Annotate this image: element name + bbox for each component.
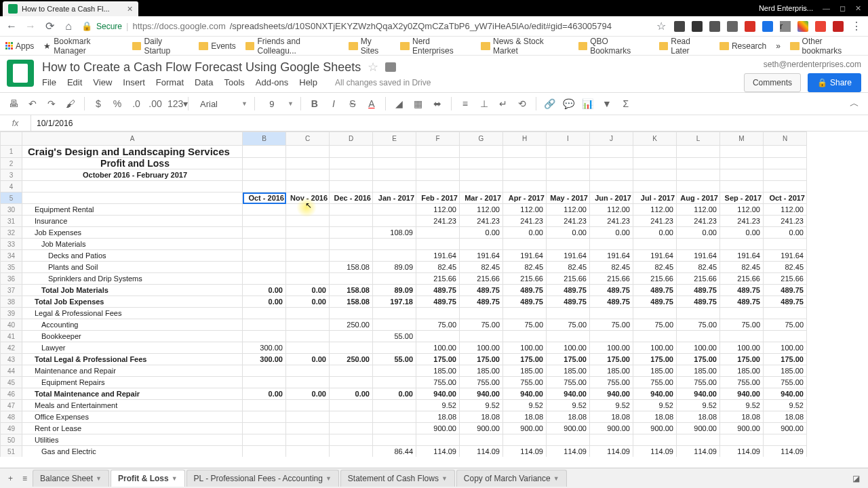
cell[interactable]: 100.00 [590,342,633,354]
cell[interactable]: 300.00 [243,354,286,365]
cell[interactable] [764,308,807,319]
row-label[interactable]: Total Maintenance and Repair [22,388,243,400]
row-label[interactable]: Total Job Materials [22,285,243,296]
cell[interactable] [330,342,373,354]
cell[interactable]: 114.09 [460,446,503,458]
cell[interactable] [590,239,633,250]
cell[interactable]: 114.09 [720,446,764,458]
col-header-A[interactable]: A [22,132,243,146]
menu-insert[interactable]: Insert [123,77,145,87]
cell[interactable] [460,331,503,342]
cell[interactable]: 489.75 [416,285,460,296]
row-label[interactable]: Bookkeeper [22,331,243,342]
cell[interactable] [373,319,416,331]
cell[interactable] [720,331,764,342]
cell[interactable]: 112.00 [416,204,460,216]
month-header[interactable]: Oct - 2017 [764,192,807,204]
menu-icon[interactable]: ⋮ [850,20,863,33]
apps-shortcut[interactable]: Apps [5,41,34,51]
cell[interactable]: 489.75 [503,285,547,296]
row-header[interactable]: 34 [1,250,22,262]
cell[interactable]: 0.00 [764,227,807,239]
cell[interactable] [286,365,330,377]
cell[interactable]: 0.00 [503,227,547,239]
cell[interactable]: 75.00 [677,319,720,331]
col-header-L[interactable]: L [677,132,720,146]
cell[interactable]: 18.08 [416,411,460,423]
font-size[interactable]: 9 [262,99,282,109]
menu-edit[interactable]: Edit [67,77,82,87]
cell[interactable]: 241.23 [633,216,677,227]
cell[interactable]: 185.00 [720,365,764,377]
bm-folder[interactable]: Other bookmarks [790,37,863,56]
cell[interactable]: 191.64 [547,250,590,262]
cell[interactable]: 900.00 [460,423,503,434]
text-color-icon[interactable]: A [365,98,378,109]
cell[interactable]: 9.52 [460,400,503,411]
month-header[interactable]: Feb - 2017 [416,192,460,204]
cell[interactable] [286,227,330,239]
cell[interactable] [373,273,416,285]
cell[interactable]: 175.00 [764,354,807,365]
cell[interactable] [330,204,373,216]
cell[interactable] [764,331,807,342]
cell[interactable]: 215.66 [547,273,590,285]
month-header[interactable]: Mar - 2017 [460,192,503,204]
cell[interactable]: 489.75 [547,296,590,308]
cell[interactable]: 215.66 [503,273,547,285]
cell[interactable]: 489.75 [547,285,590,296]
cell[interactable] [677,331,720,342]
row-header[interactable]: 36 [1,273,22,285]
cell[interactable] [373,342,416,354]
cell[interactable]: 75.00 [764,319,807,331]
row-label[interactable]: Job Expenses [22,227,243,239]
row-header[interactable]: 32 [1,227,22,239]
cell[interactable]: 175.00 [633,354,677,365]
star-doc-icon[interactable]: ☆ [368,60,378,75]
cell[interactable] [720,308,764,319]
cell[interactable]: 215.66 [590,273,633,285]
cell[interactable]: 940.00 [764,388,807,400]
cell[interactable] [243,319,286,331]
sheet-tab[interactable]: PL - Professional Fees - Accounting▼ [186,470,339,487]
bm-folder[interactable]: Read Later [659,37,710,56]
cell[interactable] [547,331,590,342]
cell[interactable]: 900.00 [503,423,547,434]
row-label[interactable]: Rent or Lease [22,423,243,434]
month-header[interactable]: Jul - 2017 [633,192,677,204]
row-header[interactable]: 2 [1,158,22,169]
minimize-icon[interactable]: — [823,4,830,12]
comment-icon[interactable]: 💬 [562,98,576,109]
spreadsheet-grid[interactable]: ABCDEFGHIJKLMN1Craig's Design and Landsc… [0,131,868,457]
month-header[interactable]: Jan - 2017 [373,192,416,204]
cell[interactable] [677,308,720,319]
cell[interactable]: 0.00 [286,388,330,400]
cell[interactable]: 241.23 [547,216,590,227]
formula-input[interactable]: 10/1/2016 [31,119,73,128]
rotate-icon[interactable]: ⟲ [515,98,529,109]
cell[interactable]: 241.23 [590,216,633,227]
cell[interactable]: 900.00 [547,423,590,434]
cell[interactable]: 185.00 [460,365,503,377]
link-icon[interactable]: 🔗 [543,98,557,109]
cell[interactable]: 75.00 [720,319,764,331]
cell[interactable]: 82.45 [720,262,764,273]
row-header[interactable]: 41 [1,331,22,342]
cell[interactable]: 0.00 [547,227,590,239]
row-header[interactable]: 45 [1,377,22,388]
cell[interactable]: 250.00 [330,319,373,331]
col-header-C[interactable]: C [286,132,330,146]
cell[interactable]: 114.09 [764,446,807,458]
ext-icon[interactable] [692,21,703,32]
cell[interactable] [286,342,330,354]
cell[interactable]: 100.00 [503,342,547,354]
bm-folder[interactable]: My Sites [349,37,391,56]
row-header[interactable]: 39 [1,308,22,319]
cell[interactable] [330,446,373,458]
cell[interactable] [764,239,807,250]
menu-view[interactable]: View [93,77,112,87]
row-label[interactable]: Total Job Expenses [22,296,243,308]
cell[interactable]: 86.44 [373,446,416,458]
cell[interactable]: 18.08 [633,411,677,423]
cell[interactable]: 900.00 [590,423,633,434]
